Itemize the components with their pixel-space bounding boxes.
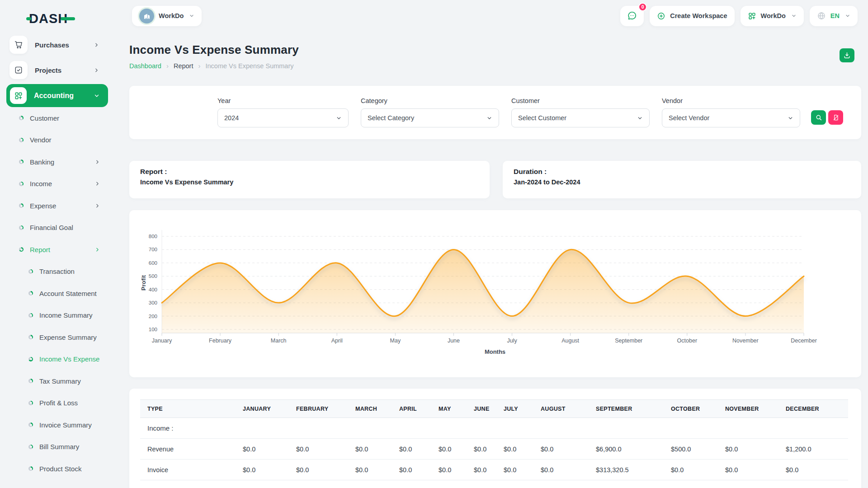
sidebar-item-accounting[interactable]: Accounting (6, 84, 108, 107)
column-header-march: MARCH (348, 400, 392, 418)
sidebar-item-expense[interactable]: Expense (0, 195, 109, 217)
sidebar-item-profit-loss[interactable]: Profit & Loss (0, 392, 109, 414)
cell-value: $0.0 (289, 439, 348, 460)
cell-value: $0.0 (431, 439, 467, 460)
bullet-icon (28, 379, 33, 383)
sidebar-item-cash-flow[interactable]: Cash Flow (0, 480, 109, 488)
breadcrumb-item-income-vs-expense-summary: Income Vs Expense Summary (205, 62, 293, 70)
breadcrumb-item-report[interactable]: Report (174, 62, 193, 70)
cell-value: $0.0 (348, 439, 392, 460)
chevron-right-icon (94, 181, 100, 187)
create-workspace-button[interactable]: Create Workspace (650, 6, 734, 26)
sidebar-item-label: Report (30, 246, 50, 253)
sidebar-item-projects[interactable]: Projects (0, 61, 109, 79)
clear-filter-button[interactable] (828, 110, 843, 125)
sidebar-item-income-summary[interactable]: Income Summary (0, 305, 109, 327)
notification-badge: 0 (638, 3, 647, 11)
filter-field-vendor: VendorSelect Vendor (662, 97, 800, 127)
column-header-june: JUNE (467, 400, 496, 418)
select-vendor[interactable]: Select Vendor (662, 108, 800, 127)
sidebar-item-label: Purchases (35, 41, 69, 49)
svg-text:April: April (331, 338, 343, 344)
sidebar-item-label: Transaction (39, 267, 75, 275)
select-category[interactable]: Select Category (361, 108, 499, 127)
select-year[interactable]: 2024 (217, 108, 349, 127)
bullet-icon (19, 116, 24, 120)
select-customer[interactable]: Select Customer (511, 108, 650, 127)
sidebar-item-label: Invoice Summary (39, 421, 92, 429)
main-content: Income Vs Expense Summary Dashboard›Repo… (109, 32, 868, 488)
svg-text:700: 700 (149, 247, 157, 252)
sidebar-item-label: Profit & Loss (39, 399, 78, 407)
search-icon (815, 114, 822, 121)
sidebar-item-bill-summary[interactable]: Bill Summary (0, 436, 109, 458)
duration-label: Duration : (514, 168, 850, 176)
download-button[interactable] (840, 48, 854, 62)
sidebar-item-expense-summary[interactable]: Expense Summary (0, 326, 109, 348)
sidebar-item-label: Income Vs Expense (39, 355, 99, 363)
sidebar-item-account-statement[interactable]: Account Statement (0, 282, 109, 305)
chevron-right-icon (94, 67, 99, 73)
column-header-september: SEPTEMBER (589, 400, 664, 418)
language-button[interactable]: EN (810, 6, 858, 26)
column-header-october: OCTOBER (664, 400, 718, 418)
workspace-switcher[interactable]: WorkDo (132, 6, 202, 26)
sidebar-item-report[interactable]: Report (0, 239, 109, 261)
svg-text:July: July (507, 338, 517, 344)
globe-icon (817, 11, 826, 20)
filter-field-category: CategorySelect Category (361, 97, 499, 127)
svg-text:Months: Months (485, 348, 505, 355)
sidebar-item-income-vs-expense[interactable]: Income Vs Expense (0, 348, 109, 371)
select-value: 2024 (224, 114, 239, 122)
chevron-right-icon (94, 42, 99, 48)
table-card: TYPEJANUARYFEBRUARYMARCHAPRILMAYJUNEJULY… (129, 389, 861, 488)
sidebar-item-label: Expense (30, 202, 56, 210)
filter-label: Year (217, 97, 349, 104)
column-header-january: JANUARY (236, 400, 289, 418)
bullet-icon (19, 138, 24, 142)
svg-text:November: November (732, 338, 759, 344)
sidebar-item-banking[interactable]: Banking (0, 151, 109, 173)
sidebar-item-purchases[interactable]: Purchases (0, 36, 109, 54)
cell-type: Invoice (140, 460, 236, 480)
filter-fields: Year2024CategorySelect CategoryCustomerS… (129, 86, 861, 127)
sidebar-item-label: Product Stock (39, 465, 81, 473)
chevron-down-icon (486, 115, 492, 121)
sidebar-item-income[interactable]: Income (0, 173, 109, 195)
bullet-icon (19, 247, 24, 252)
bullet-icon (28, 313, 33, 318)
sidebar-item-financial-goal[interactable]: Financial Goal (0, 217, 109, 239)
sidebar-item-customer[interactable]: Customer (0, 107, 109, 129)
messages-button[interactable]: 0 (620, 6, 644, 26)
bullet-icon (28, 335, 33, 339)
sidebar-item-vendor[interactable]: Vendor (0, 129, 109, 151)
download-icon (843, 52, 851, 59)
search-button[interactable] (811, 110, 826, 125)
sidebar-item-transaction[interactable]: Transaction (0, 261, 109, 283)
sidebar-item-label: Accounting (34, 92, 74, 100)
table-row: Invoice$0.0$0.0$0.0$0.0$0.0$0.0$0.0$0.0$… (140, 460, 848, 480)
sidebar-item-label: Expense Summary (39, 333, 97, 341)
sidebar-item-tax-summary[interactable]: Tax Summary (0, 370, 109, 392)
bullet-icon (19, 160, 24, 164)
sidebar-item-invoice-summary[interactable]: Invoice Summary (0, 414, 109, 436)
tasks-icon (9, 61, 28, 79)
sidebar-item-label: Banking (30, 158, 54, 166)
chevron-down-icon (336, 115, 342, 121)
app-logo: DASH (26, 12, 109, 25)
column-header-april: APRIL (392, 400, 431, 418)
cell-value: $0.0 (236, 439, 289, 460)
breadcrumb-separator: › (198, 62, 200, 70)
chevron-down-icon (788, 115, 793, 121)
breadcrumb-item-dashboard[interactable]: Dashboard (129, 62, 161, 70)
filter-field-customer: CustomerSelect Customer (511, 97, 650, 127)
sidebar-item-label: Income (30, 180, 52, 188)
sidebar-item-product-stock[interactable]: Product Stock (0, 458, 109, 480)
workspace-menu-button[interactable]: WorkDo (741, 6, 804, 26)
sidebar-item-label: Tax Summary (39, 377, 81, 385)
bullet-icon (19, 225, 24, 230)
chart-card: 100200300400500600700800JanuaryFebruaryM… (129, 210, 861, 377)
profit-area-chart: 100200300400500600700800JanuaryFebruaryM… (129, 210, 861, 377)
building-icon (143, 12, 151, 20)
plus-circle-icon (657, 12, 665, 20)
